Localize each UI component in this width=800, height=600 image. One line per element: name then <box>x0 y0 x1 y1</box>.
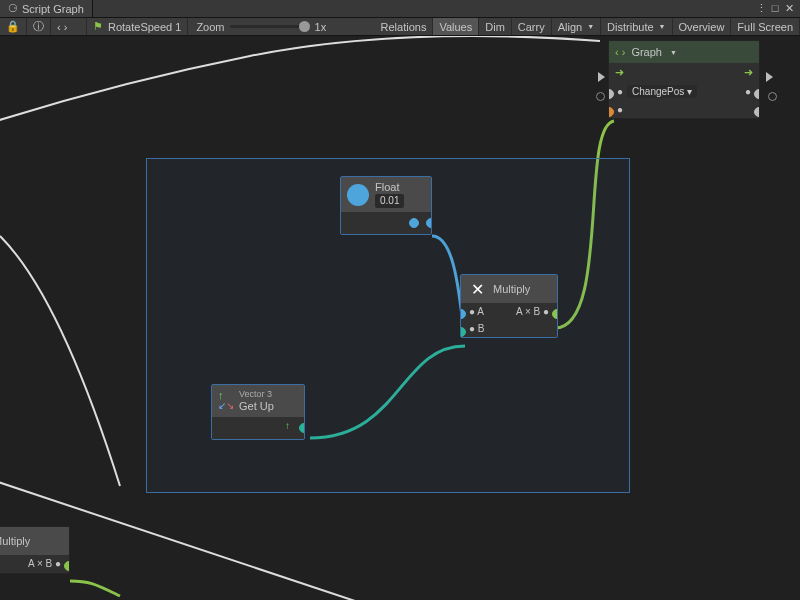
close-button[interactable]: ✕ <box>782 2 796 15</box>
distribute-button[interactable]: Distribute▼ <box>601 18 672 35</box>
node-body: ● A A × B ● ● B <box>461 303 557 337</box>
output-label: A × B <box>28 558 52 569</box>
hierarchy-icon: ⚆ <box>8 2 18 15</box>
node-header[interactable]: ‹ › Graph ▼ <box>609 41 759 63</box>
zoom-control: Zoom 1x <box>188 21 334 33</box>
node-multiply-2[interactable]: ✕ Multiply A A × B ● <box>0 526 70 574</box>
output-port[interactable] <box>64 561 70 571</box>
output-port[interactable] <box>552 309 558 319</box>
fullscreen-button[interactable]: Full Screen <box>731 18 800 35</box>
carry-button[interactable]: Carry <box>512 18 552 35</box>
relations-button[interactable]: Relations <box>375 18 434 35</box>
flow-out-port[interactable] <box>754 89 760 99</box>
dropdown-icon: ▼ <box>659 23 666 30</box>
node-title: Float <box>375 181 404 194</box>
graph-icon: ‹ › <box>615 46 625 58</box>
dropdown-icon: ▼ <box>587 23 594 30</box>
output-port[interactable] <box>299 423 305 433</box>
float-icon <box>347 184 369 206</box>
output-port-indicator <box>409 218 419 228</box>
node-body <box>341 212 431 234</box>
port-a-label: A <box>477 306 484 317</box>
window-controls: ⋮ □ ✕ <box>754 2 800 15</box>
output-label: A × B <box>516 306 540 317</box>
info-icon: ⓘ <box>33 19 44 34</box>
axis-icon: ↑ ↙↘ <box>218 390 234 411</box>
menu-button[interactable]: ⋮ <box>754 2 768 15</box>
tab-bar: ⚆ Script Graph ⋮ □ ✕ <box>0 0 800 18</box>
info-button[interactable]: ⓘ <box>27 18 51 35</box>
port-b-label: B <box>478 323 485 334</box>
code-button[interactable]: ‹ › <box>51 18 87 35</box>
node-title: Get Up <box>239 400 274 413</box>
node-title: Graph <box>631 46 662 58</box>
toolbar: 🔒 ⓘ ‹ › ⚑ RotateSpeed 1 Zoom 1x Relation… <box>0 18 800 36</box>
speed-button[interactable]: ⚑ RotateSpeed 1 <box>87 18 188 35</box>
node-vector3-getup[interactable]: ↑ ↙↘ Vector 3 Get Up ↑ <box>211 384 305 440</box>
node-header[interactable]: ↑ ↙↘ Vector 3 Get Up <box>212 385 304 417</box>
node-body: ➜ ➜ ●ChangePos ▾● ● <box>609 63 759 118</box>
ext-port-2[interactable] <box>596 92 605 101</box>
multiply-icon: ✕ <box>467 279 487 299</box>
float-value[interactable]: 0.01 <box>375 194 404 208</box>
ext-port[interactable] <box>768 92 777 101</box>
zoom-thumb[interactable] <box>299 21 310 32</box>
values-button[interactable]: Values <box>433 18 479 35</box>
flow-tri-out[interactable] <box>766 72 773 82</box>
flow-out-icon: ➜ <box>744 67 753 78</box>
node-body: ↑ <box>212 417 304 439</box>
align-button[interactable]: Align▼ <box>552 18 601 35</box>
node-body: A A × B ● <box>0 555 69 573</box>
overview-button[interactable]: Overview <box>673 18 732 35</box>
node-title: Multiply <box>493 283 530 295</box>
node-supertitle: Vector 3 <box>239 389 274 400</box>
output-port[interactable] <box>754 107 760 117</box>
node-float[interactable]: Float 0.01 <box>340 176 432 235</box>
dim-button[interactable]: Dim <box>479 18 512 35</box>
speed-label: RotateSpeed 1 <box>108 21 181 33</box>
zoom-label: Zoom <box>196 21 224 33</box>
node-header[interactable]: ✕ Multiply <box>0 527 69 555</box>
code-icon: ‹ › <box>57 21 67 33</box>
flag-icon: ⚑ <box>93 20 103 33</box>
node-graph[interactable]: ‹ › Graph ▼ ➜ ➜ ●ChangePos ▾● ● <box>608 40 760 119</box>
dropdown-icon: ▼ <box>670 49 677 56</box>
maximize-button[interactable]: □ <box>768 2 782 15</box>
lock-button[interactable]: 🔒 <box>0 18 27 35</box>
output-port[interactable] <box>426 218 432 228</box>
flow-in-icon: ➜ <box>615 67 624 78</box>
lock-icon: 🔒 <box>6 20 20 33</box>
graph-action[interactable]: ChangePos ▾ <box>627 85 697 98</box>
zoom-value: 1x <box>315 21 327 33</box>
node-title: Multiply <box>0 535 30 547</box>
tab-title: Script Graph <box>22 3 84 15</box>
flow-tri-in[interactable] <box>598 72 605 82</box>
axis-mini-icon: ↑ <box>285 420 290 431</box>
node-header[interactable]: ✕ Multiply <box>461 275 557 303</box>
zoom-slider[interactable] <box>230 25 310 28</box>
tab-script-graph[interactable]: ⚆ Script Graph <box>0 0 93 17</box>
node-header[interactable]: Float 0.01 <box>341 177 431 212</box>
node-multiply[interactable]: ✕ Multiply ● A A × B ● ● B <box>460 274 558 338</box>
graph-canvas[interactable]: Float 0.01 ✕ Multiply ● A A × B ● ● B ↑ … <box>0 36 800 600</box>
